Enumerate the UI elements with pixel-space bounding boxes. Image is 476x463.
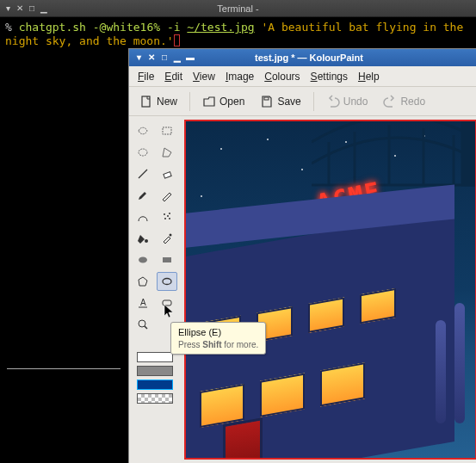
svg-point-11 [145,239,148,243]
tool-curve[interactable] [133,207,153,226]
pillar-1 [436,320,446,423]
cmd-path: ~/test.jpg [187,21,254,34]
tool-brush[interactable] [133,186,153,205]
menu-edit[interactable]: Edit [164,71,182,83]
svg-point-3 [139,149,147,156]
tool-ellipse-select[interactable] [133,143,153,162]
open-label: Open [219,96,244,108]
menu-image[interactable]: Image [226,71,254,83]
svg-text:A: A [140,298,146,307]
tool-rounded-rect[interactable] [157,293,177,312]
tool-flood-fill[interactable] [133,229,153,248]
tooltip-sub-bold: Shift [202,340,221,349]
tool-eraser[interactable] [157,164,177,183]
tooltip-title: Ellipse (E) [178,326,258,339]
undo-icon [326,95,340,108]
tooltip-sub-post: for more. [222,340,259,349]
kp-titlebar[interactable]: ▾ ✕ □ ▁ ▬ test.jpg * — KolourPaint [129,49,476,66]
terminal-body[interactable]: % chatgpt.sh -@white16% -i ~/test.jpg 'A… [0,17,476,52]
minimize-icon[interactable]: ▁ [40,4,48,13]
redo-button[interactable]: Redo [378,92,430,111]
svg-rect-18 [163,300,171,306]
tool-grid: A [133,121,177,334]
text-cursor [174,34,180,46]
prompt-symbol: % [5,21,12,34]
tooltip-sub: Press Shift for more. [178,339,258,351]
tool-text[interactable]: A [133,293,153,312]
tool-spray[interactable] [157,207,177,226]
tool-tooltip: Ellipse (E) Press Shift for more. [170,322,266,355]
cmd-name: chatgpt.sh [19,21,86,34]
canvas-image[interactable]: ACME LABS [184,120,476,460]
svg-line-4 [139,170,147,178]
menu-colours[interactable]: Colours [264,71,300,83]
cmd-flag: -i [167,21,181,34]
redo-label: Redo [400,96,425,108]
tool-color-picker[interactable] [157,229,177,248]
toolbar-separator [313,92,314,111]
close-icon[interactable]: ✕ [15,4,24,13]
kp-window-controls: ▾ ✕ □ ▁ ▬ [129,52,200,63]
svg-rect-14 [163,257,171,262]
tool-filled-rect[interactable] [157,250,177,269]
terminal-hr [7,368,121,369]
close-icon[interactable]: ✕ [146,52,157,63]
tool-filled-oval[interactable] [133,250,153,269]
terminal-titlebar: ▾ ✕ □ ▁ Terminal - [0,0,476,17]
svg-line-20 [145,326,147,329]
svg-point-13 [139,257,147,263]
save-button[interactable]: Save [255,92,306,111]
drop-icon[interactable]: ▾ [133,52,144,63]
svg-point-6 [164,213,165,215]
menu-help[interactable]: Help [358,71,380,83]
svg-point-12 [169,234,171,237]
cmd-opt: -@white16% [93,21,160,34]
open-button[interactable]: Open [197,92,250,111]
kolourpaint-window: ▾ ✕ □ ▁ ▬ test.jpg * — KolourPaint File … [128,48,476,463]
new-label: New [157,96,177,108]
new-button[interactable]: New [134,92,182,111]
undo-button[interactable]: Undo [321,92,374,111]
swatch-blue[interactable] [137,380,173,390]
svg-rect-1 [264,97,269,100]
svg-rect-2 [163,127,171,134]
swatch-transparent[interactable] [137,393,173,404]
pillar-2 [454,303,465,423]
new-file-icon [139,95,153,108]
svg-rect-0 [142,96,150,107]
drop-icon[interactable]: ▾ [3,4,12,13]
tool-ellipse[interactable] [157,272,177,291]
save-label: Save [277,96,300,108]
kp-menubar: File Edit View Image Colours Settings He… [129,66,476,87]
shade-icon[interactable]: ▬ [185,52,195,63]
tool-polygon[interactable] [133,272,153,291]
building-door [226,421,260,460]
tool-free-select[interactable] [133,121,153,140]
swatch-white[interactable] [137,352,173,362]
svg-point-8 [164,218,166,219]
swatch-grey[interactable] [137,366,173,376]
tool-line[interactable] [133,164,153,183]
svg-point-19 [139,320,145,327]
folder-open-icon [202,95,216,108]
tool-zoom[interactable] [133,315,153,334]
kp-workspace: A Ellipse (E) Press Shift for more. [129,116,476,463]
svg-point-10 [169,218,170,219]
svg-point-7 [167,215,169,217]
maximize-icon[interactable]: □ [28,4,36,13]
menu-file[interactable]: File [138,71,154,83]
kp-title: test.jpg * — KolourPaint [200,52,418,63]
redo-icon [383,95,397,108]
canvas-viewport[interactable]: ACME LABS [181,116,476,463]
tool-pencil[interactable] [157,186,177,205]
menu-view[interactable]: View [193,71,215,83]
terminal-window-controls: ▾ ✕ □ ▁ [0,4,52,13]
svg-point-9 [169,213,170,214]
minimize-icon[interactable]: ▁ [172,52,182,63]
svg-rect-5 [163,172,170,178]
maximize-icon[interactable]: □ [159,52,170,63]
tool-poly-select[interactable] [157,143,177,162]
save-icon [260,95,274,108]
menu-settings[interactable]: Settings [311,71,348,83]
tool-rect-select[interactable] [157,121,177,140]
